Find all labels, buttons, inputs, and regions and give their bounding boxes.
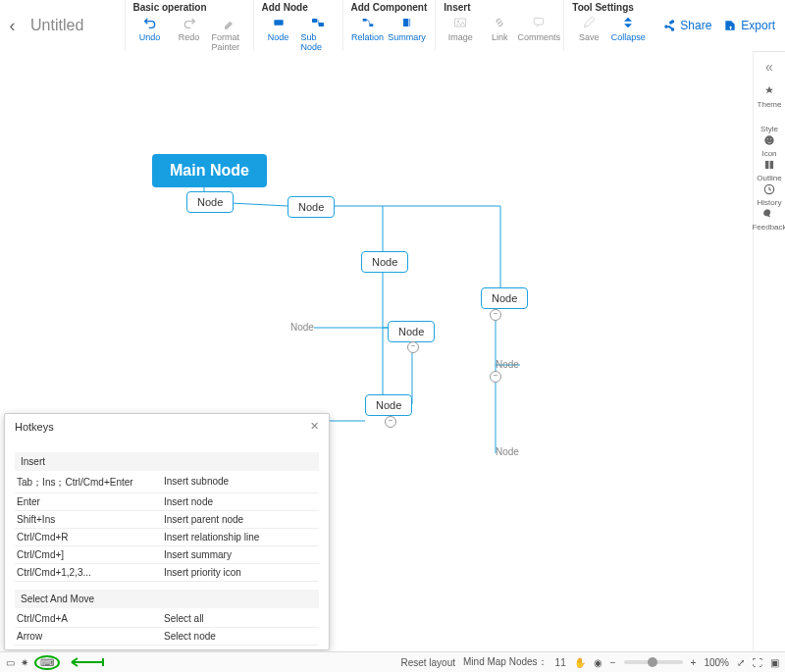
node-1[interactable]: Node bbox=[288, 196, 335, 218]
sidebar-feedback-label: Feedback bbox=[752, 223, 785, 232]
sidebar-theme-label: Theme bbox=[758, 100, 782, 109]
share-icon bbox=[662, 19, 676, 32]
sidebar-item-style[interactable]: Style bbox=[752, 109, 785, 133]
node-label-2[interactable]: Node bbox=[496, 359, 519, 370]
comments-button[interactable]: Comments bbox=[522, 15, 555, 42]
annotation-arrow bbox=[66, 656, 105, 668]
node-5[interactable]: Node bbox=[365, 394, 412, 416]
brightness-icon[interactable]: ✷ bbox=[21, 657, 28, 668]
image-label: Image bbox=[448, 32, 473, 42]
presentation-icon[interactable]: ▭ bbox=[6, 657, 15, 668]
back-button[interactable]: ‹ bbox=[0, 0, 25, 51]
comments-label: Comments bbox=[518, 32, 561, 42]
fullscreen-icon[interactable]: ⛶ bbox=[753, 657, 762, 668]
svg-point-11 bbox=[770, 138, 771, 139]
svg-point-10 bbox=[767, 138, 768, 139]
sidebar-style-label: Style bbox=[760, 125, 778, 133]
keyboard-icon[interactable]: ⌨ bbox=[34, 655, 60, 670]
node-2[interactable]: Node bbox=[361, 251, 408, 273]
zoom-out-icon[interactable]: − bbox=[610, 657, 616, 668]
link-label: Link bbox=[492, 32, 508, 42]
svg-point-7 bbox=[457, 21, 459, 23]
svg-rect-5 bbox=[403, 19, 408, 26]
hotkeys-close-icon[interactable]: ✕ bbox=[310, 420, 319, 433]
main-node[interactable]: Main Node bbox=[152, 154, 267, 187]
subnode-label: Sub Node bbox=[301, 32, 335, 52]
collapse-toggle-0[interactable]: − bbox=[490, 309, 501, 321]
export-label: Export bbox=[741, 19, 775, 32]
collapse-button[interactable]: Collapse bbox=[611, 15, 645, 42]
collapse-toggle-2[interactable]: − bbox=[385, 416, 396, 428]
feedback-icon bbox=[762, 207, 776, 221]
redo-label: Redo bbox=[179, 32, 200, 42]
nodes-label: Mind Map Nodes： bbox=[463, 655, 548, 669]
group-insert: Insert bbox=[444, 2, 555, 13]
focus-icon[interactable]: ▣ bbox=[770, 657, 779, 668]
sidebar-outline-label: Outline bbox=[757, 174, 781, 182]
redo-button[interactable]: Redo bbox=[173, 15, 206, 52]
icon-icon bbox=[762, 133, 776, 147]
hotkeys-panel: Hotkeys ✕ InsertTab；Ins；Ctrl/Cmd+EnterIn… bbox=[4, 413, 330, 650]
sidebar-item-icon[interactable]: Icon bbox=[752, 133, 785, 158]
svg-rect-2 bbox=[318, 23, 323, 26]
node-0[interactable]: Node bbox=[186, 191, 234, 213]
theme-icon bbox=[762, 84, 776, 98]
sidebar-item-outline[interactable]: Outline bbox=[752, 158, 785, 182]
hotkeys-title: Hotkeys bbox=[15, 421, 54, 433]
sidebar-history-label: History bbox=[758, 198, 782, 207]
summary-button[interactable]: Summary bbox=[391, 15, 424, 42]
zoom-in-icon[interactable]: + bbox=[691, 657, 697, 668]
link-button[interactable]: Link bbox=[483, 15, 516, 42]
outline-icon bbox=[762, 158, 776, 172]
relation-button[interactable]: Relation bbox=[351, 15, 385, 42]
svg-rect-13 bbox=[770, 161, 774, 169]
reset-layout-button[interactable]: Reset layout bbox=[400, 657, 455, 668]
group-basic-operation: Basic operation bbox=[133, 2, 245, 13]
svg-rect-1 bbox=[312, 19, 317, 23]
undo-button[interactable]: Undo bbox=[133, 15, 167, 52]
export-icon bbox=[723, 19, 737, 32]
zoom-value: 100% bbox=[704, 657, 729, 668]
hand-icon[interactable]: ✋ bbox=[574, 657, 586, 668]
sidebar-item-theme[interactable]: Theme bbox=[752, 84, 785, 109]
share-label: Share bbox=[680, 19, 711, 32]
hk-row: ArrowSelect node bbox=[15, 628, 319, 646]
image-button[interactable]: Image bbox=[444, 15, 477, 42]
fmt-button[interactable]: Format Painter bbox=[212, 15, 245, 52]
node-3[interactable]: Node bbox=[481, 287, 528, 309]
node-button[interactable]: Node bbox=[262, 15, 295, 52]
fit-icon[interactable]: ⤢ bbox=[737, 657, 745, 668]
undo-label: Undo bbox=[139, 32, 161, 42]
hk-row: Ctrl/Cmd+RInsert relationship line bbox=[15, 529, 319, 546]
collapse-toggle-3[interactable]: − bbox=[490, 371, 501, 383]
hk-row: Ctrl/Cmd+ASelect all bbox=[15, 610, 319, 628]
sidebar: « ThemeStyleIconOutlineHistoryFeedback bbox=[753, 51, 785, 652]
collapse-toggle-1[interactable]: − bbox=[407, 341, 419, 353]
node-label-0[interactable]: Node bbox=[290, 322, 314, 333]
zoom-slider[interactable] bbox=[624, 660, 683, 664]
sidebar-collapse[interactable]: « bbox=[765, 59, 773, 75]
eye-icon[interactable]: ◉ bbox=[594, 657, 602, 668]
group-tool-settings: Tool Settings bbox=[572, 2, 645, 13]
node-4[interactable]: Node bbox=[388, 321, 435, 342]
export-button[interactable]: Export bbox=[723, 19, 775, 32]
fmt-label: Format Painter bbox=[212, 32, 245, 52]
hk-row: Ctrl/Cmd+]Insert summary bbox=[15, 546, 319, 564]
share-button[interactable]: Share bbox=[662, 19, 711, 32]
hk-row: Shift+InsInsert parent node bbox=[15, 511, 319, 529]
group-add-component: Add Component bbox=[351, 2, 428, 13]
node-label: Node bbox=[268, 32, 289, 42]
sidebar-item-history[interactable]: History bbox=[752, 182, 785, 207]
save-button[interactable]: Save bbox=[572, 15, 605, 42]
relation-label: Relation bbox=[351, 32, 384, 42]
hk-row: Ctrl/Cmd+1,2,3...Insert priority icon bbox=[15, 564, 319, 582]
hk-row: Tab；Ins；Ctrl/Cmd+EnterInsert subnode bbox=[15, 473, 319, 493]
svg-rect-0 bbox=[274, 20, 283, 25]
sidebar-item-feedback[interactable]: Feedback bbox=[752, 207, 785, 232]
group-add-node: Add Node bbox=[262, 2, 335, 13]
subnode-button[interactable]: Sub Node bbox=[301, 15, 335, 52]
history-icon bbox=[762, 182, 776, 196]
sidebar-icon-label: Icon bbox=[761, 149, 776, 158]
node-label-3[interactable]: Node bbox=[496, 446, 519, 457]
style-icon bbox=[762, 109, 776, 123]
